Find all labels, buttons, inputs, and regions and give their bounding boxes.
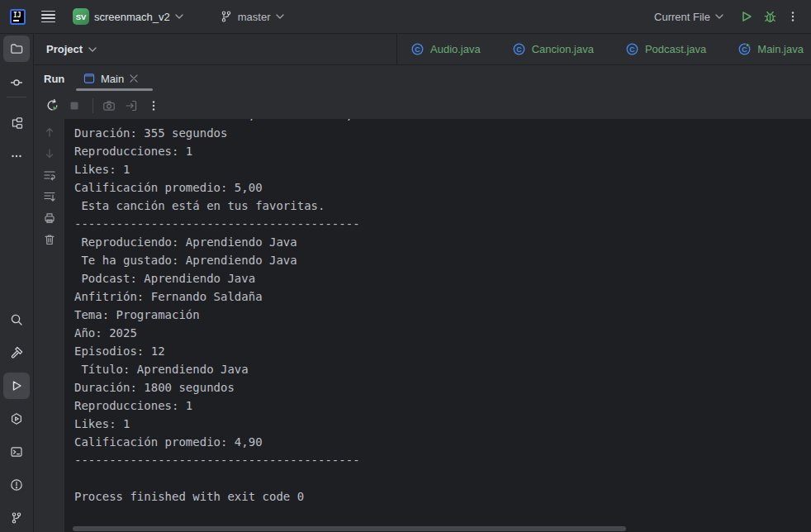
- rerun-button[interactable]: [42, 96, 62, 116]
- chevron-down-icon: [175, 14, 183, 19]
- run-configuration-selector[interactable]: Current File: [654, 11, 723, 23]
- secondary-bar: Project C Audio.java C Cancion.java C Po…: [34, 34, 811, 65]
- console-line: Podcast: Aprendiendo Java: [74, 269, 811, 287]
- sidebar-item-project[interactable]: [3, 36, 30, 62]
- chevron-down-icon: [715, 14, 723, 19]
- console-line: Duración: 355 segundos: [74, 124, 811, 142]
- branch-name: master: [238, 11, 271, 23]
- sidebar-item-more-tools[interactable]: [3, 143, 30, 169]
- active-tab-indicator: [76, 88, 153, 91]
- svg-text:C: C: [629, 45, 635, 54]
- git-branch-icon: [220, 10, 233, 23]
- console-line: Anfitrión: Fernando Saldaña: [74, 287, 811, 306]
- console-line: [74, 469, 811, 487]
- arrow-into-box-icon: [125, 99, 138, 112]
- import-test-results-button[interactable]: [121, 96, 141, 116]
- arrow-down-icon: [43, 147, 56, 160]
- console-line: Calificación promedio: 5,00: [74, 178, 811, 197]
- project-selector[interactable]: SV screenmach_v2: [73, 8, 183, 25]
- project-panel-header[interactable]: Project: [34, 34, 396, 64]
- title-bar: IJ SV screenmach_v2 master Current File: [0, 0, 811, 34]
- bug-icon: [763, 10, 777, 24]
- search-icon: [10, 313, 23, 326]
- more-horizontal-icon: [10, 150, 23, 163]
- tab-main-java[interactable]: C Main.java: [737, 42, 804, 56]
- console-line: Duración: 1800 segundos: [74, 378, 811, 397]
- console-line: Likes: 1: [74, 415, 811, 433]
- console-line: Esta canción está en tus favoritas.: [74, 197, 811, 215]
- chevron-down-icon: [88, 47, 97, 52]
- rerun-icon: [45, 98, 59, 112]
- console-line: Reproducciones: 1: [74, 397, 811, 415]
- console-output: , . . , Duración: 355 segundosReproducci…: [64, 119, 811, 532]
- console-lines: Duración: 355 segundosReproducciones: 1L…: [74, 124, 811, 506]
- console-line: Año: 2025: [74, 324, 811, 342]
- svg-text:C: C: [516, 45, 522, 54]
- console-line: Tema: Programación: [74, 306, 811, 324]
- project-name: screenmach_v2: [94, 11, 170, 23]
- console-toolbar: [34, 92, 811, 119]
- tool-window-strip: [0, 34, 34, 532]
- trash-icon: [43, 233, 56, 246]
- next-occurrence-button[interactable]: [40, 145, 59, 163]
- folder-icon: [10, 42, 23, 55]
- scroll-to-end-button[interactable]: [40, 188, 59, 206]
- problems-icon: [10, 478, 23, 492]
- run-tool-window-header: Run Main: [34, 65, 811, 92]
- hammer-icon: [10, 346, 23, 359]
- toolbar-divider: [92, 98, 93, 113]
- sidebar-item-terminal[interactable]: [3, 439, 30, 465]
- screenshot-button[interactable]: [99, 96, 119, 116]
- project-avatar: SV: [73, 8, 89, 25]
- arrow-up-icon: [43, 126, 56, 139]
- sidebar-item-services[interactable]: [3, 406, 30, 432]
- run-configuration-label: Current File: [654, 11, 710, 23]
- console-more-options-button[interactable]: [144, 96, 164, 116]
- kebab-menu-icon: [147, 99, 160, 112]
- git-branch-icon: [10, 511, 23, 525]
- printer-icon: [43, 211, 56, 225]
- stop-button[interactable]: [64, 96, 84, 116]
- sidebar-item-run[interactable]: [3, 373, 30, 399]
- strip-divider: [7, 97, 26, 97]
- horizontal-scrollbar[interactable]: [73, 526, 626, 531]
- close-icon[interactable]: [130, 74, 138, 83]
- intellij-logo-icon: IJ: [10, 9, 26, 25]
- print-button[interactable]: [40, 209, 59, 227]
- vcs-branch-selector[interactable]: master: [220, 10, 284, 23]
- sidebar-item-version-control[interactable]: [3, 505, 30, 531]
- console-line: Reproducciones: 1: [74, 142, 811, 160]
- sidebar-item-structure[interactable]: [3, 110, 30, 136]
- sidebar-item-search[interactable]: [3, 306, 30, 333]
- java-class-runnable-icon: C: [737, 42, 752, 56]
- sidebar-item-commit[interactable]: [3, 69, 30, 96]
- sidebar-item-problems[interactable]: [3, 472, 30, 498]
- java-class-icon: C: [625, 42, 639, 56]
- run-panel-title: Run: [44, 65, 64, 92]
- editor-tabs: C Audio.java C Cancion.java C Podcast.ja…: [397, 34, 811, 64]
- console-line: Calificación promedio: 4,90: [74, 433, 811, 451]
- tab-audio-java[interactable]: C Audio.java: [410, 42, 481, 56]
- prev-occurrence-button[interactable]: [40, 123, 59, 141]
- console-line: Process finished with exit code 0: [74, 487, 811, 506]
- clear-all-button[interactable]: [40, 230, 59, 249]
- java-class-icon: C: [410, 42, 424, 56]
- more-actions-button[interactable]: [781, 5, 804, 28]
- scroll-to-end-icon: [43, 190, 56, 203]
- logo-letters: IJ: [13, 12, 21, 19]
- project-panel-title: Project: [46, 43, 83, 55]
- play-icon: [10, 379, 23, 392]
- soft-wrap-button[interactable]: [40, 166, 59, 184]
- run-button[interactable]: [735, 5, 758, 28]
- structure-icon: [10, 116, 23, 130]
- services-icon: [10, 412, 23, 425]
- main-menu-icon[interactable]: [41, 11, 55, 23]
- soft-wrap-icon: [43, 169, 56, 182]
- debug-button[interactable]: [758, 5, 781, 28]
- sidebar-item-build[interactable]: [3, 340, 30, 366]
- tab-cancion-java[interactable]: C Cancion.java: [512, 42, 594, 56]
- chevron-down-icon: [276, 14, 284, 19]
- terminal-icon: [10, 445, 23, 458]
- console-line: ----------------------------------------…: [74, 451, 811, 469]
- tab-podcast-java[interactable]: C Podcast.java: [625, 42, 706, 56]
